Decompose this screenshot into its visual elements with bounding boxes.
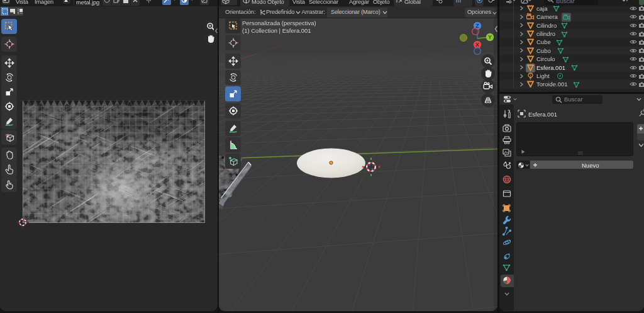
svg-text:X: X — [475, 42, 479, 48]
svg-text:Y: Y — [488, 34, 492, 40]
